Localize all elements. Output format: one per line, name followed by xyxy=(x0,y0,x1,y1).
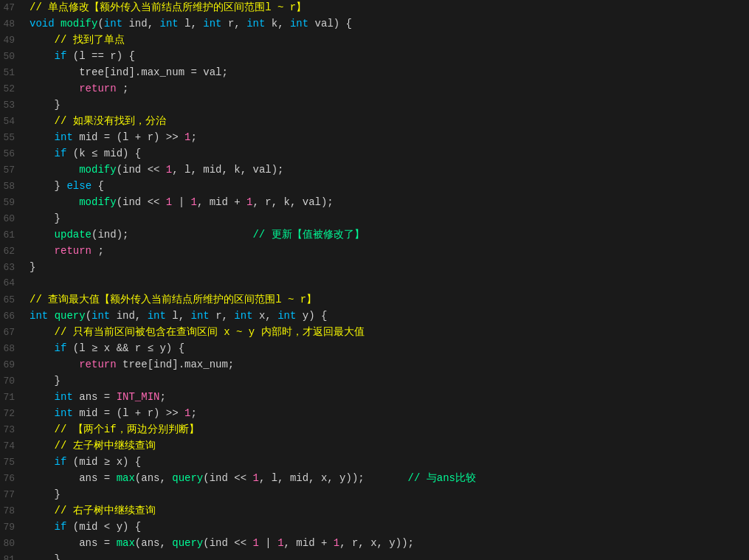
code-line: 77 } xyxy=(0,487,749,503)
line-content: if (mid < y) { xyxy=(27,519,141,536)
line-number: 47 xyxy=(0,1,27,15)
line-content: // 左子树中继续查询 xyxy=(27,438,156,454)
code-line: 73 // 【两个if，两边分别判断】 xyxy=(0,422,749,438)
code-line: 78 // 右子树中继续查询 xyxy=(0,503,749,519)
line-number: 57 xyxy=(0,163,27,178)
line-number: 49 xyxy=(0,33,27,48)
code-line: 80 ans = max(ans, query(ind << 1 | 1, mi… xyxy=(0,536,749,552)
code-line: 58 } else { xyxy=(0,179,749,195)
code-line: 50 if (l == r) { xyxy=(0,49,749,65)
code-line: 71 int ans = INT_MIN; xyxy=(0,390,749,406)
line-number: 56 xyxy=(0,147,27,162)
line-number: 67 xyxy=(0,325,27,340)
line-content: if (k ≤ mid) { xyxy=(27,146,141,162)
code-line: 62 return ; xyxy=(0,243,749,260)
line-content: ans = max(ans, query(ind << 1, l, mid, x… xyxy=(27,471,476,487)
code-line: 63} xyxy=(0,260,749,276)
code-line: 70 } xyxy=(0,373,749,390)
code-line: 72 int mid = (l + r) >> 1; xyxy=(0,406,749,422)
line-number: 75 xyxy=(0,455,27,470)
code-line: 60 } xyxy=(0,211,749,227)
line-content: modify(ind << 1, l, mid, k, val); xyxy=(27,162,284,179)
line-number: 81 xyxy=(0,553,27,560)
line-number: 68 xyxy=(0,342,27,356)
line-number: 59 xyxy=(0,196,27,210)
line-number: 54 xyxy=(0,114,27,129)
code-line: 67 // 只有当前区间被包含在查询区间 x ~ y 内部时，才返回最大值 xyxy=(0,325,749,341)
line-number: 79 xyxy=(0,520,27,535)
code-line: 81 } xyxy=(0,552,749,560)
line-content: return tree[ind].max_num; xyxy=(27,357,234,373)
line-content: } else { xyxy=(27,179,104,195)
line-number: 52 xyxy=(0,82,27,97)
line-number: 55 xyxy=(0,131,27,145)
line-number: 80 xyxy=(0,536,27,551)
code-line: 75 if (mid ≥ x) { xyxy=(0,454,749,471)
line-content: // 右子树中继续查询 xyxy=(27,503,156,519)
line-number: 58 xyxy=(0,179,27,194)
line-number: 73 xyxy=(0,423,27,438)
line-number: 70 xyxy=(0,374,27,389)
line-content: // 单点修改【额外传入当前结点所维护的区间范围l ~ r】 xyxy=(27,0,306,16)
line-content: // 如果没有找到，分治 xyxy=(27,114,166,130)
code-line: 52 return ; xyxy=(0,81,749,97)
line-number: 50 xyxy=(0,49,27,64)
line-content: } xyxy=(27,211,61,227)
line-number: 66 xyxy=(0,309,27,324)
line-number: 65 xyxy=(0,293,27,308)
line-content: int query(int ind, int l, int r, int x, … xyxy=(27,308,327,325)
code-line: 56 if (k ≤ mid) { xyxy=(0,146,749,162)
line-content: } xyxy=(27,97,61,114)
code-line: 49 // 找到了单点 xyxy=(0,32,749,49)
line-number: 48 xyxy=(0,17,27,32)
line-content: } xyxy=(27,260,35,276)
line-number: 71 xyxy=(0,390,27,405)
code-line: 53 } xyxy=(0,97,749,114)
line-content: ans = max(ans, query(ind << 1 | 1, mid +… xyxy=(27,536,414,552)
line-number: 77 xyxy=(0,488,27,502)
code-line: 59 modify(ind << 1 | 1, mid + 1, r, k, v… xyxy=(0,195,749,211)
line-content: int ans = INT_MIN; xyxy=(27,390,166,406)
line-number: 72 xyxy=(0,407,27,421)
line-content: // 查询最大值【额外传入当前结点所维护的区间范围l ~ r】 xyxy=(27,292,317,308)
code-line: 68 if (l ≥ x && r ≤ y) { xyxy=(0,341,749,357)
line-content: } xyxy=(27,487,61,503)
code-line: 48void modify(int ind, int l, int r, int… xyxy=(0,16,749,32)
line-content: if (mid ≥ x) { xyxy=(27,454,141,471)
code-line: 61 update(ind); // 更新【值被修改了】 xyxy=(0,227,749,243)
code-line: 69 return tree[ind].max_num; xyxy=(0,357,749,373)
line-content: modify(ind << 1 | 1, mid + 1, r, k, val)… xyxy=(27,195,334,211)
line-content: } xyxy=(27,373,61,390)
code-line: 55 int mid = (l + r) >> 1; xyxy=(0,130,749,146)
line-content: return ; xyxy=(27,243,104,260)
code-line: 65// 查询最大值【额外传入当前结点所维护的区间范围l ~ r】 xyxy=(0,292,749,308)
code-line: 47// 单点修改【额外传入当前结点所维护的区间范围l ~ r】 xyxy=(0,0,749,16)
line-number: 61 xyxy=(0,228,27,243)
line-number: 53 xyxy=(0,98,27,113)
line-content: // 【两个if，两边分别判断】 xyxy=(27,422,199,438)
line-content: return ; xyxy=(27,81,128,97)
line-content: // 只有当前区间被包含在查询区间 x ~ y 内部时，才返回最大值 xyxy=(27,325,365,341)
line-number: 78 xyxy=(0,504,27,519)
line-number: 63 xyxy=(0,260,27,275)
line-content: if (l == r) { xyxy=(27,49,135,65)
code-line: 51 tree[ind].max_num = val; xyxy=(0,65,749,81)
line-content: } xyxy=(27,552,61,560)
line-content: update(ind); // 更新【值被修改了】 xyxy=(27,227,365,243)
code-line: 54 // 如果没有找到，分治 xyxy=(0,114,749,130)
line-content: int mid = (l + r) >> 1; xyxy=(27,130,197,146)
code-line: 66int query(int ind, int l, int r, int x… xyxy=(0,308,749,325)
line-content: if (l ≥ x && r ≤ y) { xyxy=(27,341,184,357)
code-line: 76 ans = max(ans, query(ind << 1, l, mid… xyxy=(0,471,749,487)
line-content: int mid = (l + r) >> 1; xyxy=(27,406,197,422)
line-number: 64 xyxy=(0,276,27,291)
line-number: 76 xyxy=(0,471,27,486)
line-number: 62 xyxy=(0,244,27,259)
line-content: void modify(int ind, int l, int r, int k… xyxy=(27,16,352,32)
line-number: 51 xyxy=(0,66,27,80)
code-editor: 47// 单点修改【额外传入当前结点所维护的区间范围l ~ r】48void m… xyxy=(0,0,749,560)
code-line: 79 if (mid < y) { xyxy=(0,519,749,536)
code-line: 74 // 左子树中继续查询 xyxy=(0,438,749,454)
line-number: 60 xyxy=(0,212,27,227)
line-content: // 找到了单点 xyxy=(27,32,125,49)
